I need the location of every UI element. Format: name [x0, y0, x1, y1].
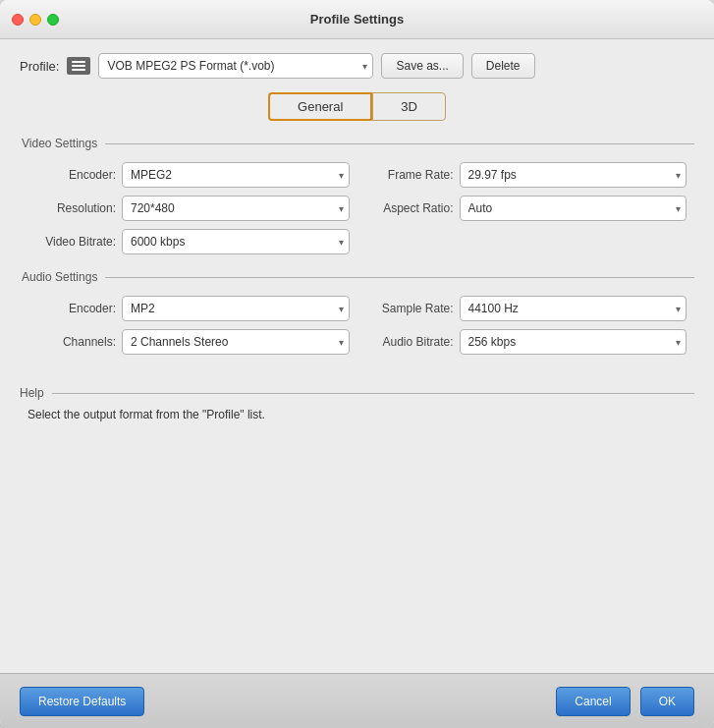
audio-encoder-label: Encoder: [27, 302, 116, 315]
channels-select[interactable]: 2 Channels Stereo Mono 5.1 Surround [122, 329, 350, 355]
help-title: Help [20, 386, 44, 400]
video-settings-section: Video Settings Encoder: MPEG2 H.264 H.26… [20, 137, 694, 254]
profile-label: Profile: [20, 59, 59, 74]
resolution-select-wrapper[interactable]: 720*480 1280*720 1920*1080 3840*2160 [122, 196, 350, 221]
save-as-button[interactable]: Save as... [381, 53, 463, 79]
video-encoder-select[interactable]: MPEG2 H.264 H.265 MPEG4 [122, 162, 350, 188]
video-bitrate-select[interactable]: 6000 kbps 3000 kbps 8000 kbps 12000 kbps [122, 229, 350, 254]
delete-button[interactable]: Delete [471, 53, 535, 79]
audio-settings-header: Audio Settings [20, 270, 694, 284]
resolution-label: Resolution: [27, 201, 116, 215]
frame-rate-select[interactable]: 29.97 fps 23.976 fps 25 fps 30 fps 60 fp… [460, 162, 687, 188]
minimize-button[interactable] [29, 14, 41, 26]
frame-rate-row: Frame Rate: 29.97 fps 23.976 fps 25 fps … [365, 162, 687, 188]
tab-3d[interactable]: 3D [372, 92, 446, 121]
profile-icon-lines [72, 61, 85, 71]
profile-icon [67, 57, 90, 75]
content-area: Profile: VOB MPEG2 PS Format (*.vob) MP4… [0, 39, 714, 673]
title-bar: Profile Settings [0, 0, 714, 39]
profile-actions: Save as... Delete [381, 53, 534, 79]
video-section-line [105, 143, 694, 144]
profile-select[interactable]: VOB MPEG2 PS Format (*.vob) MP4 H.264 Fo… [98, 53, 373, 79]
audio-encoder-row: Encoder: MP2 MP3 AAC AC3 [27, 296, 350, 321]
audio-bitrate-row: Audio Bitrate: 256 kbps 128 kbps 192 kbp… [365, 329, 687, 355]
video-settings-grid: Encoder: MPEG2 H.264 H.265 MPEG4 Frame R… [20, 162, 694, 254]
cancel-button[interactable]: Cancel [556, 687, 630, 716]
video-encoder-label: Encoder: [27, 168, 116, 182]
restore-defaults-button[interactable]: Restore Defaults [20, 687, 144, 716]
help-section: Help Select the output format from the "… [20, 378, 694, 421]
video-settings-header: Video Settings [20, 137, 694, 150]
audio-encoder-select-wrapper[interactable]: MP2 MP3 AAC AC3 [122, 296, 350, 321]
audio-bitrate-select[interactable]: 256 kbps 128 kbps 192 kbps 320 kbps [460, 329, 687, 355]
tab-general[interactable]: General [268, 92, 372, 121]
footer: Restore Defaults Cancel OK [0, 673, 714, 728]
channels-select-wrapper[interactable]: 2 Channels Stereo Mono 5.1 Surround [122, 329, 350, 355]
frame-rate-label: Frame Rate: [365, 168, 454, 182]
audio-encoder-select[interactable]: MP2 MP3 AAC AC3 [122, 296, 350, 321]
tabs-container: General 3D [20, 92, 694, 121]
maximize-button[interactable] [47, 14, 59, 26]
video-encoder-select-wrapper[interactable]: MPEG2 H.264 H.265 MPEG4 [122, 162, 350, 188]
frame-rate-select-wrapper[interactable]: 29.97 fps 23.976 fps 25 fps 30 fps 60 fp… [460, 162, 687, 188]
audio-settings-section: Audio Settings Encoder: MP2 MP3 AAC AC3 [20, 270, 694, 355]
sample-rate-row: Sample Rate: 44100 Hz 22050 Hz 48000 Hz … [365, 296, 687, 321]
sample-rate-label: Sample Rate: [365, 302, 454, 315]
resolution-select[interactable]: 720*480 1280*720 1920*1080 3840*2160 [122, 196, 350, 221]
video-bitrate-label: Video Bitrate: [27, 235, 116, 249]
footer-right: Cancel OK [556, 687, 694, 716]
main-window: Profile Settings Profile: VOB MPEG2 PS F… [0, 0, 714, 728]
resolution-row: Resolution: 720*480 1280*720 1920*1080 3… [27, 196, 350, 221]
window-title: Profile Settings [310, 12, 404, 27]
help-header: Help [20, 386, 694, 400]
channels-row: Channels: 2 Channels Stereo Mono 5.1 Sur… [27, 329, 350, 355]
aspect-ratio-row: Aspect Ratio: Auto 4:3 16:9 21:9 [365, 196, 687, 221]
audio-settings-title: Audio Settings [22, 270, 97, 284]
audio-settings-grid: Encoder: MP2 MP3 AAC AC3 Sample Rate: [20, 296, 694, 355]
profile-row: Profile: VOB MPEG2 PS Format (*.vob) MP4… [20, 53, 694, 79]
icon-line-2 [72, 65, 85, 67]
aspect-ratio-label: Aspect Ratio: [365, 201, 454, 215]
video-bitrate-select-wrapper[interactable]: 6000 kbps 3000 kbps 8000 kbps 12000 kbps [122, 229, 350, 254]
video-encoder-row: Encoder: MPEG2 H.264 H.265 MPEG4 [27, 162, 350, 188]
sample-rate-select[interactable]: 44100 Hz 22050 Hz 48000 Hz 96000 Hz [460, 296, 687, 321]
video-bitrate-row: Video Bitrate: 6000 kbps 3000 kbps 8000 … [27, 229, 350, 254]
help-line [52, 393, 694, 394]
profile-select-wrapper[interactable]: VOB MPEG2 PS Format (*.vob) MP4 H.264 Fo… [98, 53, 373, 79]
icon-line-1 [72, 61, 85, 63]
ok-button[interactable]: OK [640, 687, 694, 716]
channels-label: Channels: [27, 335, 116, 349]
audio-section-line [105, 277, 694, 278]
aspect-ratio-select[interactable]: Auto 4:3 16:9 21:9 [460, 196, 687, 221]
video-settings-title: Video Settings [22, 137, 97, 150]
icon-line-3 [72, 69, 85, 71]
audio-bitrate-label: Audio Bitrate: [365, 335, 454, 349]
sample-rate-select-wrapper[interactable]: 44100 Hz 22050 Hz 48000 Hz 96000 Hz [460, 296, 687, 321]
close-button[interactable] [12, 14, 24, 26]
help-text: Select the output format from the "Profi… [20, 408, 694, 421]
traffic-lights [12, 14, 59, 26]
audio-bitrate-select-wrapper[interactable]: 256 kbps 128 kbps 192 kbps 320 kbps [460, 329, 687, 355]
aspect-ratio-select-wrapper[interactable]: Auto 4:3 16:9 21:9 [460, 196, 687, 221]
